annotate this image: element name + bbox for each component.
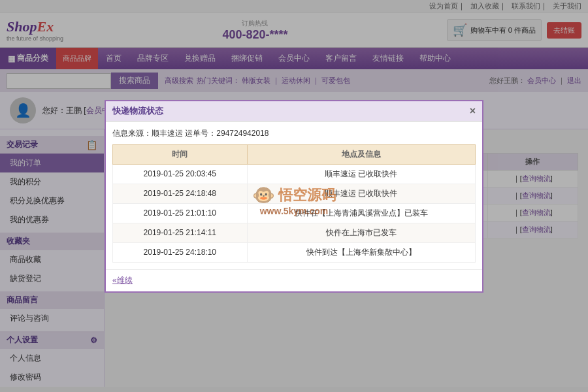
modal-watermark-wrap: 时间 地点及信息 2019-01-25 20:03:45 顺丰速运 已收取快件 …	[112, 144, 476, 263]
modal-body: 信息来源：顺丰速运 运单号：294724942018 时间 地点及信息 2019…	[106, 122, 482, 269]
modal-title: 快递物流状态	[112, 105, 163, 117]
logistics-info-5: 快件到达【上海华新集散中心】	[247, 242, 475, 262]
logistics-time-1: 2019-01-25 20:03:45	[113, 164, 248, 184]
logistics-row: 2019-01-25 24:18:48 顺丰速运 已收取快件	[113, 184, 476, 203]
modal-header: 快递物流状态 ×	[106, 101, 482, 122]
logistics-row: 2019-01-25 20:03:45 顺丰速运 已收取快件	[113, 164, 476, 184]
logistics-row: 2019-01-25 24:18:10 快件到达【上海华新集散中心】	[113, 242, 476, 262]
modal-close-button[interactable]: ×	[470, 105, 476, 117]
logistics-row: 2019-01-25 21:14:11 快件在上海市已发车	[113, 223, 476, 242]
logistics-info-3: 快件在【上海青浦凤溪营业点】已装车	[247, 203, 475, 223]
logistics-info-2: 顺丰速运 已收取快件	[247, 184, 475, 203]
logistics-info-1: 顺丰速运 已收取快件	[247, 164, 475, 184]
logistics-time-3: 2019-01-25 21:01:10	[113, 203, 248, 223]
logistics-row: 2019-01-25 21:01:10 快件在【上海青浦凤溪营业点】已装车	[113, 203, 476, 223]
logistics-table: 时间 地点及信息 2019-01-25 20:03:45 顺丰速运 已收取快件 …	[112, 144, 476, 263]
logistics-info-4: 快件在上海市已发车	[247, 223, 475, 242]
logistics-col-time: 时间	[113, 144, 248, 164]
modal-footer: «维续	[106, 269, 482, 291]
logistics-time-2: 2019-01-25 24:18:48	[113, 184, 248, 203]
logistics-col-info: 地点及信息	[247, 144, 475, 164]
modal-overlay: 快递物流状态 × 信息来源：顺丰速运 运单号：294724942018 时间 地…	[0, 0, 588, 392]
logistics-time-5: 2019-01-25 24:18:10	[113, 242, 248, 262]
logistics-modal: 快递物流状态 × 信息来源：顺丰速运 运单号：294724942018 时间 地…	[105, 100, 483, 293]
continue-link[interactable]: «维续	[112, 276, 133, 285]
modal-info-source: 信息来源：顺丰速运 运单号：294724942018	[112, 128, 476, 139]
logistics-time-4: 2019-01-25 21:14:11	[113, 223, 248, 242]
